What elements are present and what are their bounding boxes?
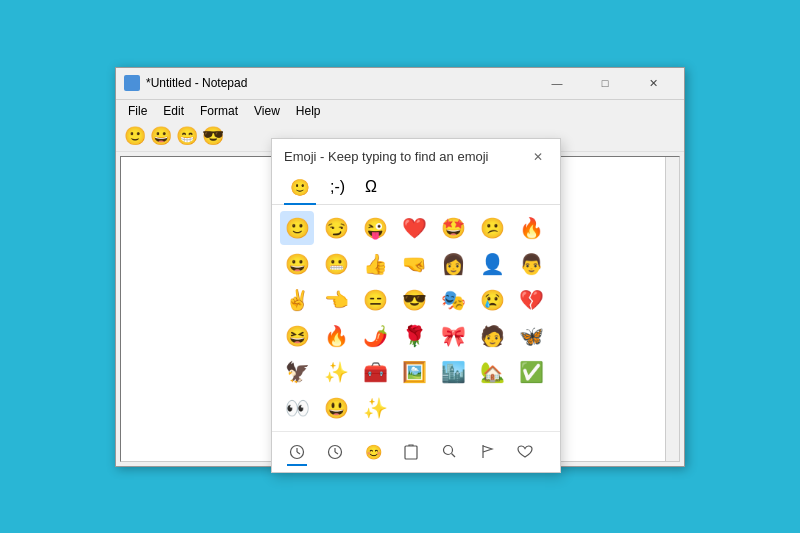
emoji-cell[interactable]: 🏙️: [437, 355, 471, 389]
toolbar-emoji-4[interactable]: 😎: [202, 125, 224, 147]
emoji-cell[interactable]: 🤜: [397, 247, 431, 281]
footer-search-icon[interactable]: [432, 438, 466, 466]
emoji-cell[interactable]: 😜: [358, 211, 392, 245]
emoji-picker: Emoji - Keep typing to find an emoji ✕ 🙂…: [271, 138, 561, 473]
picker-header: Emoji - Keep typing to find an emoji ✕: [272, 139, 560, 173]
picker-close-button[interactable]: ✕: [528, 147, 548, 167]
emoji-cell[interactable]: 🙂: [280, 211, 314, 245]
emoji-cell[interactable]: 🤩: [437, 211, 471, 245]
emoji-cell[interactable]: 🌹: [397, 319, 431, 353]
minimize-button[interactable]: —: [534, 68, 580, 98]
svg-point-7: [443, 446, 452, 455]
svg-line-5: [335, 452, 338, 454]
emoji-cell[interactable]: 😀: [280, 247, 314, 281]
emoji-cell[interactable]: 😢: [476, 283, 510, 317]
emoji-cell[interactable]: 😎: [397, 283, 431, 317]
emoji-cell[interactable]: ❤️: [397, 211, 431, 245]
menu-edit[interactable]: Edit: [155, 102, 192, 120]
emoji-cell[interactable]: 😏: [319, 211, 353, 245]
emoji-cell[interactable]: 😬: [319, 247, 353, 281]
emoji-cell[interactable]: 👍: [358, 247, 392, 281]
emoji-cell[interactable]: 😃: [319, 391, 353, 425]
svg-line-2: [297, 452, 300, 454]
picker-tabs: 🙂 ;-) Ω: [272, 173, 560, 205]
footer-smile-icon[interactable]: 😊: [356, 438, 390, 466]
emoji-cell[interactable]: 🏡: [476, 355, 510, 389]
footer-heart-icon[interactable]: [508, 438, 542, 466]
window-controls: — □ ✕: [534, 68, 676, 98]
footer-clock-icon[interactable]: [318, 438, 352, 466]
emoji-cell[interactable]: 🦅: [280, 355, 314, 389]
emoji-cell[interactable]: 👩: [437, 247, 471, 281]
emoji-cell[interactable]: 🦋: [515, 319, 549, 353]
menu-view[interactable]: View: [246, 102, 288, 120]
emoji-cell[interactable]: 👈: [319, 283, 353, 317]
emoji-grid: 🙂 😏 😜 ❤️ 🤩 😕 🔥 😀 😬 👍 🤜 👩 👤 👨 ✌️ 👈 😑 😎 🎭 …: [272, 205, 560, 431]
menu-help[interactable]: Help: [288, 102, 329, 120]
emoji-cell[interactable]: 🧑: [476, 319, 510, 353]
emoji-cell[interactable]: ✨: [319, 355, 353, 389]
emoji-cell[interactable]: ✨: [358, 391, 392, 425]
emoji-cell[interactable]: ✌️: [280, 283, 314, 317]
toolbar-emoji-3[interactable]: 😁: [176, 125, 198, 147]
picker-tab-kaomoji[interactable]: ;-): [324, 174, 351, 205]
emoji-cell[interactable]: 👀: [280, 391, 314, 425]
svg-rect-6: [405, 446, 417, 459]
emoji-cell[interactable]: ✅: [515, 355, 549, 389]
emoji-cell[interactable]: [397, 391, 431, 425]
close-button[interactable]: ✕: [630, 68, 676, 98]
emoji-cell[interactable]: 😕: [476, 211, 510, 245]
picker-tab-symbols[interactable]: Ω: [359, 174, 383, 205]
emoji-cell[interactable]: 🔥: [515, 211, 549, 245]
emoji-cell[interactable]: 🖼️: [397, 355, 431, 389]
emoji-cell[interactable]: 🎭: [437, 283, 471, 317]
footer-recent-icon[interactable]: [280, 438, 314, 466]
title-bar: *Untitled - Notepad — □ ✕: [116, 68, 684, 100]
emoji-cell[interactable]: 🎀: [437, 319, 471, 353]
picker-tab-emoji[interactable]: 🙂: [284, 174, 316, 205]
emoji-cell[interactable]: 💔: [515, 283, 549, 317]
emoji-cell[interactable]: 🔥: [319, 319, 353, 353]
toolbar-emoji-1[interactable]: 🙂: [124, 125, 146, 147]
svg-line-8: [451, 454, 455, 458]
menu-bar: File Edit Format View Help: [116, 100, 684, 122]
emoji-cell[interactable]: [437, 391, 471, 425]
footer-clipboard-icon[interactable]: [394, 438, 428, 466]
menu-file[interactable]: File: [120, 102, 155, 120]
emoji-cell[interactable]: 👨: [515, 247, 549, 281]
emoji-cell[interactable]: 😑: [358, 283, 392, 317]
maximize-button[interactable]: □: [582, 68, 628, 98]
emoji-cell[interactable]: 😆: [280, 319, 314, 353]
notepad-window: *Untitled - Notepad — □ ✕ File Edit Form…: [115, 67, 685, 467]
toolbar-emoji-2[interactable]: 😀: [150, 125, 172, 147]
app-icon: [124, 75, 140, 91]
emoji-cell[interactable]: 🧰: [358, 355, 392, 389]
emoji-cell[interactable]: 👤: [476, 247, 510, 281]
footer-flag-icon[interactable]: [470, 438, 504, 466]
emoji-cell[interactable]: 🌶️: [358, 319, 392, 353]
window-title: *Untitled - Notepad: [146, 76, 534, 90]
scrollbar-right[interactable]: [665, 157, 679, 461]
picker-title: Emoji - Keep typing to find an emoji: [284, 149, 489, 164]
picker-footer: 😊: [272, 431, 560, 472]
emoji-cell[interactable]: [515, 391, 549, 425]
emoji-cell[interactable]: [476, 391, 510, 425]
menu-format[interactable]: Format: [192, 102, 246, 120]
